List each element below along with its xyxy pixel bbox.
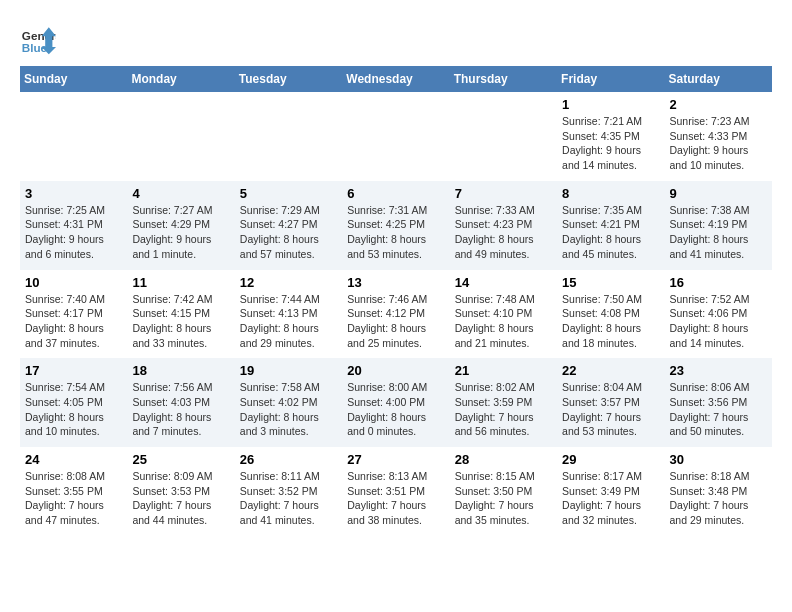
calendar-cell [20, 92, 127, 181]
day-number: 29 [562, 452, 659, 467]
day-number: 13 [347, 275, 444, 290]
day-number: 16 [670, 275, 767, 290]
day-info: Sunrise: 8:11 AM Sunset: 3:52 PM Dayligh… [240, 469, 337, 528]
calendar-cell: 28Sunrise: 8:15 AM Sunset: 3:50 PM Dayli… [450, 447, 557, 536]
calendar-cell: 12Sunrise: 7:44 AM Sunset: 4:13 PM Dayli… [235, 270, 342, 359]
calendar-cell: 6Sunrise: 7:31 AM Sunset: 4:25 PM Daylig… [342, 181, 449, 270]
day-info: Sunrise: 7:58 AM Sunset: 4:02 PM Dayligh… [240, 380, 337, 439]
calendar-cell: 23Sunrise: 8:06 AM Sunset: 3:56 PM Dayli… [665, 358, 772, 447]
calendar-week-row: 1Sunrise: 7:21 AM Sunset: 4:35 PM Daylig… [20, 92, 772, 181]
calendar-cell: 29Sunrise: 8:17 AM Sunset: 3:49 PM Dayli… [557, 447, 664, 536]
day-info: Sunrise: 7:35 AM Sunset: 4:21 PM Dayligh… [562, 203, 659, 262]
calendar-cell: 13Sunrise: 7:46 AM Sunset: 4:12 PM Dayli… [342, 270, 449, 359]
day-number: 27 [347, 452, 444, 467]
calendar-week-row: 24Sunrise: 8:08 AM Sunset: 3:55 PM Dayli… [20, 447, 772, 536]
calendar-cell: 22Sunrise: 8:04 AM Sunset: 3:57 PM Dayli… [557, 358, 664, 447]
day-info: Sunrise: 8:02 AM Sunset: 3:59 PM Dayligh… [455, 380, 552, 439]
day-number: 21 [455, 363, 552, 378]
day-info: Sunrise: 8:09 AM Sunset: 3:53 PM Dayligh… [132, 469, 229, 528]
day-info: Sunrise: 8:06 AM Sunset: 3:56 PM Dayligh… [670, 380, 767, 439]
day-number: 18 [132, 363, 229, 378]
day-info: Sunrise: 7:21 AM Sunset: 4:35 PM Dayligh… [562, 114, 659, 173]
day-number: 19 [240, 363, 337, 378]
day-number: 9 [670, 186, 767, 201]
weekday-header: Wednesday [342, 66, 449, 92]
calendar-cell: 4Sunrise: 7:27 AM Sunset: 4:29 PM Daylig… [127, 181, 234, 270]
weekday-header: Tuesday [235, 66, 342, 92]
day-number: 1 [562, 97, 659, 112]
calendar-cell: 7Sunrise: 7:33 AM Sunset: 4:23 PM Daylig… [450, 181, 557, 270]
day-number: 24 [25, 452, 122, 467]
calendar-cell: 21Sunrise: 8:02 AM Sunset: 3:59 PM Dayli… [450, 358, 557, 447]
day-info: Sunrise: 8:13 AM Sunset: 3:51 PM Dayligh… [347, 469, 444, 528]
day-info: Sunrise: 7:25 AM Sunset: 4:31 PM Dayligh… [25, 203, 122, 262]
day-number: 5 [240, 186, 337, 201]
calendar-cell: 10Sunrise: 7:40 AM Sunset: 4:17 PM Dayli… [20, 270, 127, 359]
calendar-cell: 3Sunrise: 7:25 AM Sunset: 4:31 PM Daylig… [20, 181, 127, 270]
day-info: Sunrise: 7:56 AM Sunset: 4:03 PM Dayligh… [132, 380, 229, 439]
calendar-cell: 1Sunrise: 7:21 AM Sunset: 4:35 PM Daylig… [557, 92, 664, 181]
calendar-cell: 20Sunrise: 8:00 AM Sunset: 4:00 PM Dayli… [342, 358, 449, 447]
calendar-cell [235, 92, 342, 181]
day-info: Sunrise: 7:27 AM Sunset: 4:29 PM Dayligh… [132, 203, 229, 262]
day-number: 8 [562, 186, 659, 201]
day-number: 25 [132, 452, 229, 467]
calendar-cell: 26Sunrise: 8:11 AM Sunset: 3:52 PM Dayli… [235, 447, 342, 536]
calendar-cell: 18Sunrise: 7:56 AM Sunset: 4:03 PM Dayli… [127, 358, 234, 447]
calendar-cell: 8Sunrise: 7:35 AM Sunset: 4:21 PM Daylig… [557, 181, 664, 270]
calendar-cell: 24Sunrise: 8:08 AM Sunset: 3:55 PM Dayli… [20, 447, 127, 536]
day-info: Sunrise: 7:29 AM Sunset: 4:27 PM Dayligh… [240, 203, 337, 262]
weekday-header: Monday [127, 66, 234, 92]
calendar-cell: 25Sunrise: 8:09 AM Sunset: 3:53 PM Dayli… [127, 447, 234, 536]
page-header: General Blue [20, 20, 772, 56]
day-info: Sunrise: 7:33 AM Sunset: 4:23 PM Dayligh… [455, 203, 552, 262]
calendar-cell: 19Sunrise: 7:58 AM Sunset: 4:02 PM Dayli… [235, 358, 342, 447]
day-info: Sunrise: 7:23 AM Sunset: 4:33 PM Dayligh… [670, 114, 767, 173]
day-number: 15 [562, 275, 659, 290]
day-number: 4 [132, 186, 229, 201]
calendar-cell [450, 92, 557, 181]
day-number: 12 [240, 275, 337, 290]
calendar-cell: 27Sunrise: 8:13 AM Sunset: 3:51 PM Dayli… [342, 447, 449, 536]
logo: General Blue [20, 20, 56, 56]
day-info: Sunrise: 7:42 AM Sunset: 4:15 PM Dayligh… [132, 292, 229, 351]
day-number: 23 [670, 363, 767, 378]
calendar-cell: 16Sunrise: 7:52 AM Sunset: 4:06 PM Dayli… [665, 270, 772, 359]
day-number: 11 [132, 275, 229, 290]
day-info: Sunrise: 7:38 AM Sunset: 4:19 PM Dayligh… [670, 203, 767, 262]
day-number: 10 [25, 275, 122, 290]
day-info: Sunrise: 7:52 AM Sunset: 4:06 PM Dayligh… [670, 292, 767, 351]
calendar-week-row: 3Sunrise: 7:25 AM Sunset: 4:31 PM Daylig… [20, 181, 772, 270]
calendar-cell: 5Sunrise: 7:29 AM Sunset: 4:27 PM Daylig… [235, 181, 342, 270]
day-info: Sunrise: 8:15 AM Sunset: 3:50 PM Dayligh… [455, 469, 552, 528]
calendar-cell [342, 92, 449, 181]
weekday-header-row: SundayMondayTuesdayWednesdayThursdayFrid… [20, 66, 772, 92]
calendar-cell [127, 92, 234, 181]
calendar-cell: 15Sunrise: 7:50 AM Sunset: 4:08 PM Dayli… [557, 270, 664, 359]
day-number: 30 [670, 452, 767, 467]
day-info: Sunrise: 7:40 AM Sunset: 4:17 PM Dayligh… [25, 292, 122, 351]
calendar-cell: 17Sunrise: 7:54 AM Sunset: 4:05 PM Dayli… [20, 358, 127, 447]
day-info: Sunrise: 7:31 AM Sunset: 4:25 PM Dayligh… [347, 203, 444, 262]
day-info: Sunrise: 8:00 AM Sunset: 4:00 PM Dayligh… [347, 380, 444, 439]
day-number: 14 [455, 275, 552, 290]
day-info: Sunrise: 7:46 AM Sunset: 4:12 PM Dayligh… [347, 292, 444, 351]
logo-icon: General Blue [20, 20, 56, 56]
calendar-cell: 11Sunrise: 7:42 AM Sunset: 4:15 PM Dayli… [127, 270, 234, 359]
day-number: 2 [670, 97, 767, 112]
calendar-cell: 14Sunrise: 7:48 AM Sunset: 4:10 PM Dayli… [450, 270, 557, 359]
calendar-cell: 2Sunrise: 7:23 AM Sunset: 4:33 PM Daylig… [665, 92, 772, 181]
calendar-table: SundayMondayTuesdayWednesdayThursdayFrid… [20, 66, 772, 536]
day-number: 28 [455, 452, 552, 467]
calendar-week-row: 17Sunrise: 7:54 AM Sunset: 4:05 PM Dayli… [20, 358, 772, 447]
day-info: Sunrise: 8:17 AM Sunset: 3:49 PM Dayligh… [562, 469, 659, 528]
day-info: Sunrise: 7:44 AM Sunset: 4:13 PM Dayligh… [240, 292, 337, 351]
day-number: 22 [562, 363, 659, 378]
day-info: Sunrise: 7:50 AM Sunset: 4:08 PM Dayligh… [562, 292, 659, 351]
day-number: 20 [347, 363, 444, 378]
calendar-week-row: 10Sunrise: 7:40 AM Sunset: 4:17 PM Dayli… [20, 270, 772, 359]
day-info: Sunrise: 7:48 AM Sunset: 4:10 PM Dayligh… [455, 292, 552, 351]
weekday-header: Friday [557, 66, 664, 92]
day-number: 3 [25, 186, 122, 201]
day-info: Sunrise: 8:18 AM Sunset: 3:48 PM Dayligh… [670, 469, 767, 528]
